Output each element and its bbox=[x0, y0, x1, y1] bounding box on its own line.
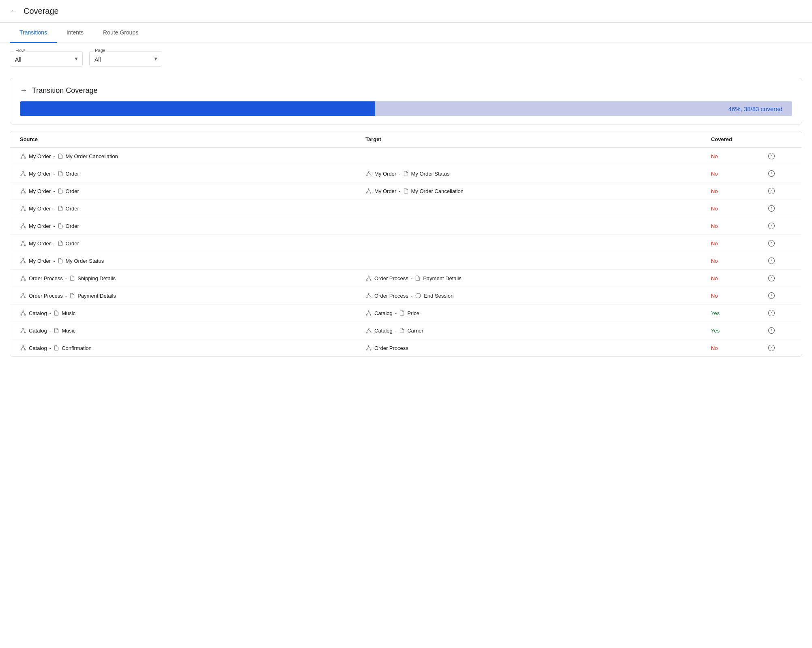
action-cell bbox=[768, 275, 792, 282]
svg-point-26 bbox=[368, 189, 369, 190]
info-icon[interactable] bbox=[768, 240, 775, 247]
svg-line-122 bbox=[21, 347, 23, 350]
tab-route-groups[interactable]: Route Groups bbox=[93, 23, 148, 43]
page-filter[interactable]: Page All ▼ bbox=[89, 51, 162, 67]
svg-point-44 bbox=[24, 227, 26, 228]
tab-transitions[interactable]: Transitions bbox=[10, 23, 57, 43]
svg-line-3 bbox=[21, 155, 23, 158]
dash: - bbox=[53, 258, 55, 264]
info-icon[interactable] bbox=[768, 152, 775, 160]
svg-point-73 bbox=[370, 279, 371, 281]
target-cell: Order Process bbox=[365, 345, 711, 351]
page-icon bbox=[399, 310, 405, 316]
source-flow-text: Order Process bbox=[29, 275, 63, 281]
svg-point-15 bbox=[370, 175, 371, 176]
flow-icon bbox=[365, 345, 372, 351]
col-covered: Covered bbox=[711, 136, 768, 142]
target-flow-text: My Order bbox=[374, 188, 396, 194]
svg-line-87 bbox=[367, 294, 369, 297]
page-icon bbox=[69, 275, 75, 281]
info-icon[interactable] bbox=[768, 222, 775, 230]
flow-icon bbox=[20, 327, 26, 334]
tab-intents[interactable]: Intents bbox=[57, 23, 93, 43]
svg-point-68 bbox=[24, 279, 26, 281]
source-cell: My Order - My Order Cancellation bbox=[20, 153, 365, 159]
flow-icon bbox=[20, 292, 26, 299]
dash: - bbox=[53, 188, 55, 194]
info-icon[interactable] bbox=[768, 344, 775, 352]
svg-point-27 bbox=[366, 192, 367, 193]
source-page-text: Confirmation bbox=[62, 345, 92, 351]
end-session-icon bbox=[415, 292, 421, 299]
status-badge: No bbox=[711, 171, 718, 177]
svg-point-85 bbox=[366, 297, 367, 298]
svg-line-123 bbox=[23, 347, 25, 350]
svg-point-13 bbox=[368, 171, 369, 172]
info-icon[interactable] bbox=[768, 327, 775, 334]
covered-cell: No bbox=[711, 293, 768, 299]
svg-point-107 bbox=[21, 332, 22, 333]
svg-line-12 bbox=[23, 172, 25, 175]
page-icon bbox=[58, 206, 63, 211]
covered-cell: No bbox=[711, 206, 768, 212]
info-icon[interactable] bbox=[768, 275, 775, 282]
source-page-text: Shipping Details bbox=[77, 275, 116, 281]
source-flow-text: Catalog bbox=[29, 345, 47, 351]
info-icon[interactable] bbox=[768, 309, 775, 317]
table-row: Catalog - Music Catalog - Price Yes bbox=[10, 305, 802, 322]
flow-select[interactable]: All bbox=[10, 51, 83, 67]
svg-point-67 bbox=[21, 279, 22, 281]
flow-icon bbox=[20, 257, 26, 264]
back-button[interactable]: ← bbox=[10, 7, 17, 15]
flow-icon bbox=[20, 275, 26, 281]
info-icon[interactable] bbox=[768, 292, 775, 299]
info-icon[interactable] bbox=[768, 170, 775, 177]
dash: - bbox=[399, 188, 400, 194]
transition-icon: → bbox=[20, 86, 27, 95]
action-cell bbox=[768, 222, 792, 230]
status-badge: No bbox=[711, 345, 718, 351]
svg-point-86 bbox=[370, 297, 371, 298]
flow-icon bbox=[20, 153, 26, 159]
svg-point-93 bbox=[23, 311, 24, 312]
target-page-text: Payment Details bbox=[423, 275, 462, 281]
source-page-text: Music bbox=[62, 328, 75, 334]
flow-icon bbox=[365, 310, 372, 316]
info-icon[interactable] bbox=[768, 187, 775, 195]
svg-point-36 bbox=[24, 210, 26, 211]
svg-line-45 bbox=[21, 225, 23, 227]
dash: - bbox=[399, 171, 400, 177]
covered-cell: No bbox=[711, 188, 768, 194]
source-flow-text: My Order bbox=[29, 240, 51, 247]
table-row: Catalog - Confirmation Order Process No bbox=[10, 339, 802, 356]
page-icon bbox=[58, 240, 63, 246]
page-icon bbox=[54, 310, 59, 316]
page-icon bbox=[399, 328, 405, 333]
flow-filter[interactable]: Flow All ▼ bbox=[10, 51, 83, 67]
info-icon[interactable] bbox=[768, 205, 775, 212]
svg-point-121 bbox=[24, 349, 26, 350]
status-badge: No bbox=[711, 153, 718, 159]
dash: - bbox=[53, 206, 55, 212]
svg-line-83 bbox=[23, 294, 25, 297]
table-row: Order Process - Payment Details Order Pr… bbox=[10, 287, 802, 305]
info-icon[interactable] bbox=[768, 257, 775, 264]
target-page-text: Price bbox=[407, 310, 419, 316]
table-row: My Order - Order No bbox=[10, 235, 802, 252]
covered-cell: Yes bbox=[711, 310, 768, 316]
flow-icon bbox=[20, 240, 26, 247]
svg-point-9 bbox=[21, 175, 22, 176]
svg-point-95 bbox=[24, 314, 26, 315]
col-actions bbox=[768, 136, 792, 142]
source-cell: Order Process - Shipping Details bbox=[20, 275, 365, 281]
svg-line-74 bbox=[367, 277, 369, 280]
svg-point-113 bbox=[370, 332, 371, 333]
page-select[interactable]: All bbox=[89, 51, 162, 67]
svg-line-25 bbox=[23, 190, 25, 193]
page-icon bbox=[58, 188, 63, 194]
svg-point-0 bbox=[23, 154, 24, 155]
tabs-container: Transitions Intents Route Groups bbox=[0, 23, 812, 43]
source-cell: Catalog - Confirmation bbox=[20, 345, 365, 351]
svg-point-2 bbox=[24, 157, 26, 159]
svg-point-111 bbox=[368, 328, 369, 329]
